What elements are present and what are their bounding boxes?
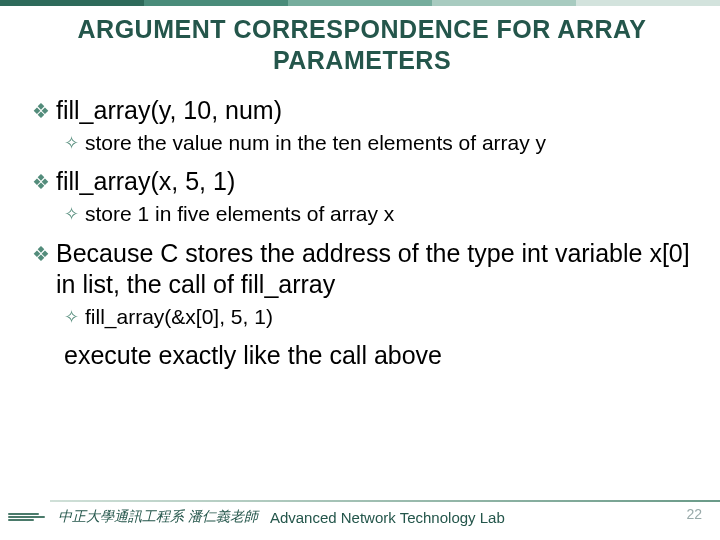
diamond-filled-icon: ❖	[32, 170, 50, 194]
diamond-outline-icon: ✧	[64, 306, 79, 328]
diamond-filled-icon: ❖	[32, 99, 50, 123]
bullet-level2: ✧ store the value num in the ten element…	[64, 130, 692, 156]
institution-label: 中正大學通訊工程系 潘仁義老師	[58, 508, 258, 526]
bullet-level1: ❖ fill_array(x, 5, 1)	[32, 166, 692, 197]
bullet-level1: ❖ fill_array(y, 10, num)	[32, 95, 692, 126]
diamond-outline-icon: ✧	[64, 203, 79, 225]
bullet-level2: ✧ fill_array(&x[0], 5, 1)	[64, 304, 692, 330]
bullet-text: fill_array(&x[0], 5, 1)	[85, 304, 273, 330]
diamond-filled-icon: ❖	[32, 242, 50, 266]
diamond-outline-icon: ✧	[64, 132, 79, 154]
bullet-level1: ❖ Because C stores the address of the ty…	[32, 238, 692, 301]
top-decor-strip	[0, 0, 720, 6]
bullet-text: fill_array(y, 10, num)	[56, 95, 282, 126]
slide-title: ARGUMENT CORRESPONDENCE FOR ARRAY PARAME…	[32, 14, 692, 77]
page-number: 22	[686, 506, 702, 522]
bullet-level2: ✧ store 1 in five elements of array x	[64, 201, 692, 227]
lab-name-label: Advanced Network Technology Lab	[270, 509, 505, 526]
bullet-text: fill_array(x, 5, 1)	[56, 166, 235, 197]
bullet-text: Because C stores the address of the type…	[56, 238, 692, 301]
lab-logo-icon	[8, 503, 52, 531]
slide-body: ARGUMENT CORRESPONDENCE FOR ARRAY PARAME…	[0, 0, 720, 372]
continuation-text: execute exactly like the call above	[64, 340, 692, 371]
bullet-text: store the value num in the ten elements …	[85, 130, 546, 156]
footer: 中正大學通訊工程系 潘仁義老師 Advanced Network Technol…	[0, 502, 720, 532]
bullet-text: store 1 in five elements of array x	[85, 201, 394, 227]
